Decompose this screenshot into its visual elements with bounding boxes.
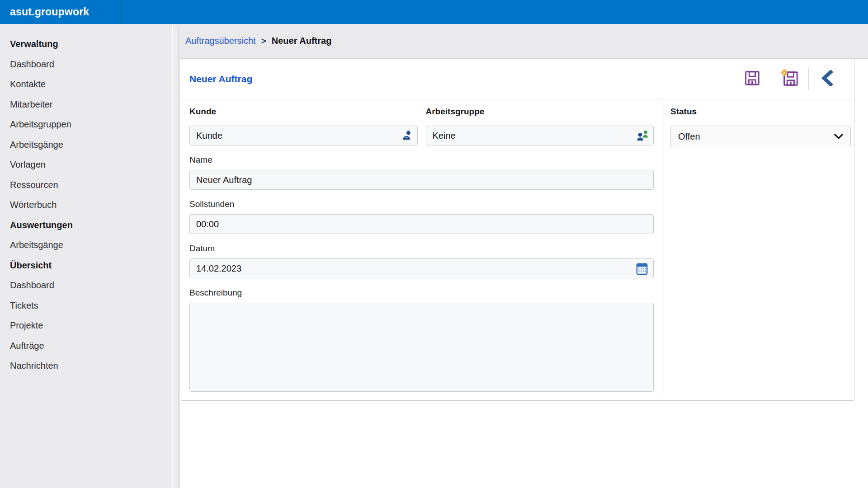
app-logo: asut.groupwork [10, 0, 89, 24]
breadcrumb-band: Auftragsübersicht > Neuer Auftrag [180, 25, 868, 59]
field-name: Name [189, 155, 654, 190]
form-left: Kunde [189, 99, 654, 403]
status-select[interactable]: Offen [670, 126, 851, 147]
main-area: Auftragsübersicht > Neuer Auftrag Neuer … [180, 25, 868, 488]
field-arbeitsgruppe: Arbeitsgruppe [426, 107, 654, 145]
kunde-label: Kunde [189, 107, 418, 117]
arbeitsgruppe-label: Arbeitsgruppe [426, 107, 654, 117]
sidebar-nav: Verwaltung Dashboard Kontakte Mitarbeite… [0, 25, 172, 376]
calendar-icon[interactable] [636, 262, 648, 275]
app-header: asut.groupwork [0, 0, 868, 24]
save-button[interactable] [739, 67, 765, 91]
sidebar-item-uebersicht[interactable]: Übersicht [0, 255, 172, 276]
field-beschreibung: Beschreibung [189, 288, 654, 394]
sidebar-item-tickets[interactable]: Tickets [0, 296, 172, 316]
sidebar-scrollbar[interactable] [172, 25, 179, 488]
sidebar-item-arbeitsgruppen[interactable]: Arbeitsgruppen [0, 114, 172, 135]
save-new-button[interactable] [777, 67, 803, 91]
group-picker-icon[interactable] [637, 130, 648, 141]
datum-label: Datum [189, 244, 654, 253]
field-sollstunden: Sollstunden [189, 199, 654, 234]
breadcrumb: Auftragsübersicht > Neuer Auftrag [185, 36, 331, 46]
sollstunden-input[interactable] [189, 214, 654, 234]
chevron-left-back-icon [821, 70, 834, 88]
datum-input[interactable] [189, 258, 654, 278]
new-order-card: Neuer Auftrag [181, 59, 854, 401]
name-label: Name [189, 155, 654, 165]
arbeitsgruppe-input[interactable] [426, 126, 654, 145]
field-datum: Datum [189, 244, 654, 278]
breadcrumb-current: Neuer Auftrag [272, 36, 332, 46]
card-title: Neuer Auftrag [189, 74, 252, 84]
status-select-value: Offen [678, 131, 700, 142]
field-kunde: Kunde [189, 107, 418, 145]
sidebar-item-ressourcen[interactable]: Ressourcen [0, 175, 172, 195]
sidebar-item-nachrichten[interactable]: Nachrichten [0, 356, 172, 376]
sidebar-item-arbeitsgaenge[interactable]: Arbeitsgänge [0, 135, 172, 155]
breadcrumb-separator: > [261, 36, 266, 46]
card-toolbar [739, 67, 840, 91]
sidebar-item-mitarbeiter[interactable]: Mitarbeiter [0, 94, 172, 115]
sidebar-item-verwaltung[interactable]: Verwaltung [0, 34, 172, 54]
chevron-down-icon [834, 134, 843, 139]
sidebar-item-dashboard-2[interactable]: Dashboard [0, 275, 172, 296]
sidebar-item-auftraege[interactable]: Aufträge [0, 336, 172, 356]
beschreibung-label: Beschreibung [189, 288, 654, 298]
sidebar: Verwaltung Dashboard Kontakte Mitarbeite… [0, 25, 172, 488]
sidebar-item-dashboard[interactable]: Dashboard [0, 54, 172, 75]
kunde-input[interactable] [189, 126, 418, 145]
back-button[interactable] [814, 67, 840, 91]
toolbar-separator [771, 68, 771, 90]
toolbar-separator [808, 68, 809, 90]
sollstunden-label: Sollstunden [189, 199, 654, 209]
card-header: Neuer Auftrag [181, 59, 854, 99]
name-input[interactable] [189, 170, 654, 190]
form-right: Status Offen [664, 99, 854, 396]
floppy-save-icon [744, 70, 761, 89]
sidebar-item-arbeitsgaenge-2[interactable]: Arbeitsgänge [0, 235, 172, 255]
sidebar-item-projekte[interactable]: Projekte [0, 315, 172, 336]
beschreibung-textarea[interactable] [189, 303, 654, 392]
person-picker-icon[interactable] [401, 130, 412, 141]
header-divider [121, 0, 122, 24]
sidebar-item-auswertungen[interactable]: Auswertungen [0, 215, 172, 235]
breadcrumb-link-auftragsuebersicht[interactable]: Auftragsübersicht [185, 36, 256, 46]
sidebar-item-vorlagen[interactable]: Vorlagen [0, 155, 172, 175]
sidebar-item-kontakte[interactable]: Kontakte [0, 74, 172, 94]
sidebar-item-woerterbuch[interactable]: Wörterbuch [0, 195, 172, 215]
floppy-save-new-icon [780, 69, 799, 89]
status-label: Status [670, 107, 854, 117]
card-body: Kunde [181, 99, 854, 401]
